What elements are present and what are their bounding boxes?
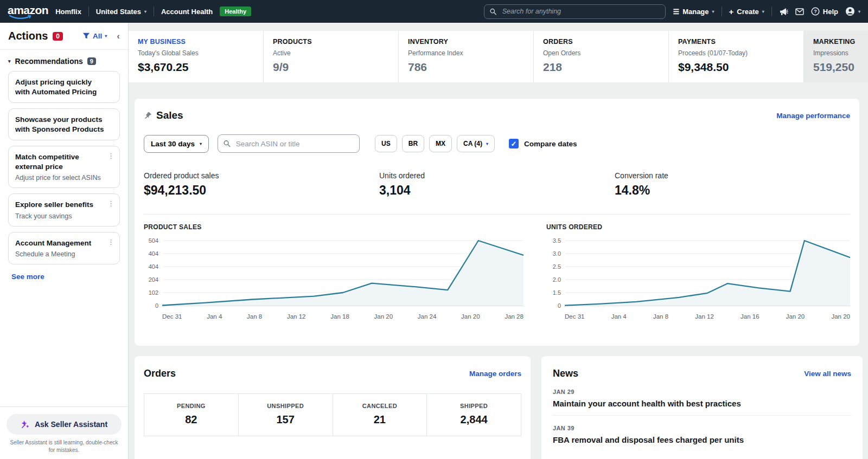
account-menu[interactable]: ▾ bbox=[845, 7, 860, 16]
kpi-card[interactable]: MARKETING Impressions 519,250 bbox=[803, 31, 868, 82]
order-stat-label: PENDING bbox=[144, 403, 238, 409]
recommendations-toggle[interactable]: ▾ Recommendations 9 bbox=[8, 57, 120, 66]
create-menu[interactable]: + Create ▾ bbox=[729, 7, 764, 16]
kpi-card[interactable]: ORDERS Open Orders 218 bbox=[533, 31, 668, 82]
y-axis-tick: 404 bbox=[149, 263, 158, 270]
date-range-dropdown[interactable]: Last 30 days ▾ bbox=[144, 135, 209, 153]
collapse-sidebar-button[interactable]: ‹ bbox=[117, 31, 120, 42]
recommendation-card[interactable]: Adjust pricing quickly with Automated Pr… bbox=[8, 71, 120, 103]
actions-title: Actions bbox=[8, 30, 48, 42]
kebab-menu-icon[interactable]: ⋮ bbox=[107, 238, 114, 246]
nav-divider bbox=[771, 7, 772, 16]
ask-seller-assistant-button[interactable]: Ask Seller Assistant bbox=[7, 414, 122, 435]
y-axis-tick: 0 bbox=[558, 302, 561, 309]
order-stat[interactable]: UNSHIPPED 157 bbox=[238, 394, 333, 436]
metric-label: Conversion rate bbox=[615, 171, 850, 180]
x-axis-label: Jan 20 bbox=[461, 313, 480, 320]
compare-dates-control[interactable]: ✓ Compare dates bbox=[509, 139, 577, 148]
announcements-button[interactable] bbox=[779, 8, 788, 16]
assistant-disclaimer: Seller Assistant is still learning, doub… bbox=[7, 439, 122, 454]
manage-performance-link[interactable]: Manage performance bbox=[776, 112, 850, 120]
recommendation-card[interactable]: Account Management Schedule a Meeting ⋮ bbox=[8, 232, 120, 265]
news-item[interactable]: JAN 29 Maintain your account health with… bbox=[553, 389, 851, 416]
metric-value: 14.8% bbox=[615, 183, 850, 198]
nav-divider bbox=[88, 7, 89, 16]
kpi-card[interactable]: PAYMENTS Proceeds (01/07-Today) $9,348.5… bbox=[668, 31, 803, 82]
chevron-down-icon: ▾ bbox=[8, 59, 11, 64]
news-title: News bbox=[553, 368, 578, 379]
chevron-down-icon: ▾ bbox=[144, 9, 146, 14]
divider bbox=[144, 214, 850, 215]
search-icon bbox=[224, 140, 231, 147]
recommendation-card[interactable]: Match competitive external price Adjust … bbox=[8, 146, 120, 188]
order-stat[interactable]: SHIPPED 2,844 bbox=[426, 394, 521, 436]
main-content: MY BUSINESS Today's Global Sales $3,670.… bbox=[129, 23, 868, 459]
kebab-menu-icon[interactable]: ⋮ bbox=[107, 152, 114, 160]
envelope-icon bbox=[795, 8, 804, 15]
order-stat-value: 2,844 bbox=[427, 413, 521, 426]
kpi-card[interactable]: PRODUCTS Active 9/9 bbox=[263, 31, 398, 82]
pin-icon[interactable] bbox=[144, 112, 152, 120]
kpi-card[interactable]: MY BUSINESS Today's Global Sales $3,670.… bbox=[129, 31, 263, 82]
recommendation-title: Account Management bbox=[15, 238, 113, 248]
recommendation-subtitle: Schedule a Meeting bbox=[15, 250, 113, 258]
marketplace-filter-button[interactable]: US bbox=[375, 135, 397, 152]
x-axis-label: Jan 16 bbox=[741, 313, 760, 320]
actions-sidebar: Actions 0 All ▾ ‹ ▾ Recommendations 9 Ad… bbox=[0, 23, 129, 459]
y-axis: 5044044042041020 bbox=[144, 237, 162, 309]
y-axis-tick: 3.0 bbox=[553, 250, 561, 257]
kebab-menu-icon[interactable]: ⋮ bbox=[107, 199, 114, 208]
manage-orders-link[interactable]: Manage orders bbox=[469, 370, 521, 378]
marketplace-switcher[interactable]: United States ▾ bbox=[96, 8, 146, 16]
recommendation-title: Showcase your products with Sponsored Pr… bbox=[15, 115, 113, 134]
sales-controls: Last 30 days ▾ US BR MX CA (4) ▾ ✓ bbox=[144, 134, 850, 153]
amazon-logo[interactable]: amazon bbox=[8, 4, 48, 20]
order-stat-value: 157 bbox=[239, 413, 333, 426]
view-all-news-link[interactable]: View all news bbox=[804, 370, 851, 378]
search-icon bbox=[490, 8, 496, 15]
news-item[interactable]: JAN 39 FBA removal and disposal fees cha… bbox=[553, 425, 851, 451]
filter-all-dropdown[interactable]: All ▾ bbox=[82, 32, 107, 40]
account-health-link[interactable]: Account Health bbox=[161, 8, 213, 16]
chevron-down-icon: ▾ bbox=[486, 141, 488, 146]
marketplace-filter-button[interactable]: BR bbox=[402, 135, 424, 152]
recommendation-card[interactable]: Explore seller benefits Track your savin… bbox=[8, 193, 120, 227]
chevron-down-icon: ▾ bbox=[762, 9, 764, 14]
marketplace-filter-button[interactable]: CA (4) ▾ bbox=[457, 135, 495, 152]
asin-search-input[interactable] bbox=[235, 139, 354, 148]
y-axis-tick: 0 bbox=[155, 302, 158, 309]
news-headline: FBA removal and disposal fees charged pe… bbox=[553, 435, 851, 444]
order-stat[interactable]: CANCELED 21 bbox=[333, 394, 427, 436]
charts-row: PRODUCT SALES 5044044042041020 Dec 31Jan… bbox=[144, 223, 850, 320]
y-axis-tick: 404 bbox=[149, 250, 158, 257]
help-link[interactable]: ? Help bbox=[811, 7, 838, 16]
health-status-badge[interactable]: Healthy bbox=[220, 7, 251, 16]
asin-search[interactable] bbox=[218, 134, 360, 153]
chart: PRODUCT SALES 5044044042041020 Dec 31Jan… bbox=[144, 223, 524, 320]
messages-button[interactable] bbox=[795, 8, 804, 15]
see-more-link[interactable]: See more bbox=[11, 273, 44, 281]
kpi-category: MARKETING bbox=[813, 38, 859, 46]
global-search-input[interactable] bbox=[501, 7, 660, 16]
kpi-value: 9/9 bbox=[273, 61, 389, 74]
x-axis-label: Jan 18 bbox=[330, 313, 349, 320]
divider bbox=[0, 49, 128, 50]
sales-metrics: Ordered product sales $94,213.50 Units o… bbox=[144, 171, 850, 198]
recommendation-title: Adjust pricing quickly with Automated Pr… bbox=[15, 77, 113, 96]
store-name[interactable]: Homflix bbox=[55, 8, 81, 16]
recommendation-card[interactable]: Showcase your products with Sponsored Pr… bbox=[8, 108, 120, 140]
recommendation-subtitle: Adjust price for select ASINs bbox=[15, 174, 113, 182]
global-search[interactable] bbox=[484, 4, 666, 19]
order-stat[interactable]: PENDING 82 bbox=[144, 394, 238, 436]
kpi-category: PRODUCTS bbox=[273, 38, 389, 46]
news-headline: Maintain your account health with best p… bbox=[553, 399, 851, 408]
manage-menu[interactable]: ☰ Manage ▾ bbox=[673, 8, 714, 16]
compare-dates-checkbox[interactable]: ✓ bbox=[509, 139, 519, 148]
x-axis-label: Jan 8 bbox=[653, 313, 668, 320]
question-icon: ? bbox=[811, 7, 820, 16]
marketplace-filter-button[interactable]: MX bbox=[429, 135, 452, 152]
kpi-sublabel: Performance Index bbox=[408, 49, 524, 57]
kpi-card[interactable]: INVENTORY Performance Index 786 bbox=[398, 31, 533, 82]
sales-title: Sales bbox=[156, 109, 183, 121]
x-axis-label: Dec 31 bbox=[162, 313, 182, 320]
